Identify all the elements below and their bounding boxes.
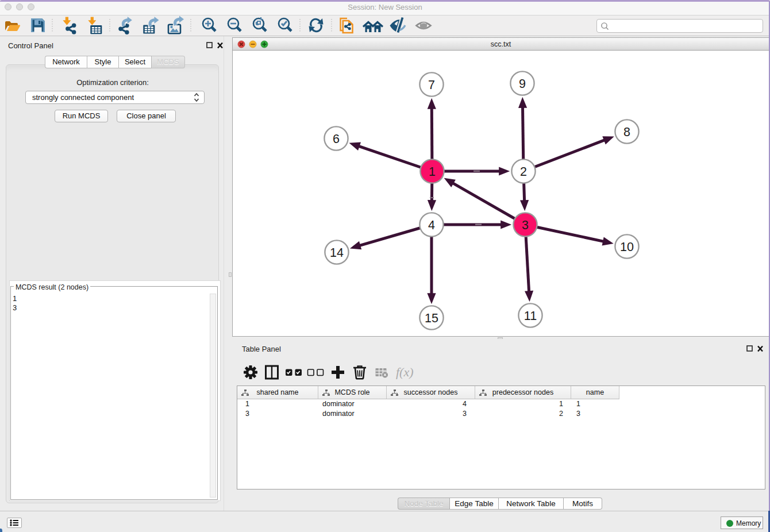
svg-text:4: 4 xyxy=(428,218,435,232)
svg-text:10: 10 xyxy=(620,240,634,254)
svg-text:6: 6 xyxy=(333,132,340,146)
svg-text:8: 8 xyxy=(623,125,630,139)
svg-text:2: 2 xyxy=(520,165,527,179)
svg-text:9: 9 xyxy=(519,77,526,91)
svg-text:7: 7 xyxy=(428,78,435,92)
svg-text:1: 1 xyxy=(429,165,436,179)
svg-text:3: 3 xyxy=(522,218,529,232)
svg-text:11: 11 xyxy=(524,309,537,323)
svg-text:14: 14 xyxy=(330,246,344,260)
svg-text:f(x): f(x) xyxy=(396,365,414,379)
svg-text:15: 15 xyxy=(425,311,438,325)
